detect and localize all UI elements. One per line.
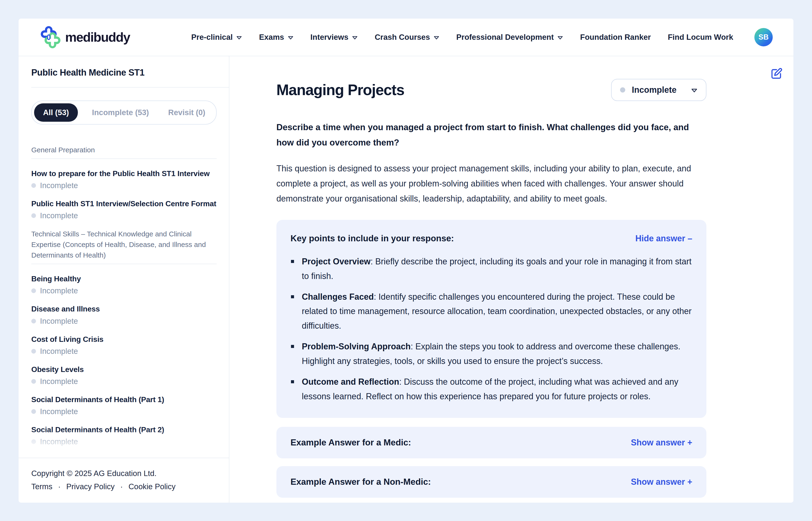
nav-item-crash-courses[interactable]: Crash Courses xyxy=(375,33,439,42)
status-dot-icon xyxy=(31,213,36,218)
topic-item[interactable]: Being Healthy Incomplete xyxy=(31,274,217,295)
chevron-down-icon xyxy=(691,88,697,93)
topic-item[interactable]: Public Health ST1 Interview/Selection Ce… xyxy=(31,199,217,220)
topic-section-general-preparation: General Preparation How to prepare for t… xyxy=(31,144,217,220)
question-description: This question is designed to assess your… xyxy=(277,161,707,206)
sidebar: Public Health Medicine ST1 All (53) Inco… xyxy=(19,56,229,503)
topic-item[interactable]: Social Determinants of Health (Part 2) I… xyxy=(31,425,217,446)
status-dot-icon xyxy=(31,183,36,188)
example-answer-non-medic-panel: Example Answer for a Non-Medic: Show ans… xyxy=(277,466,707,498)
status-dot-icon xyxy=(31,409,36,414)
medibuddy-logo-icon xyxy=(38,26,61,48)
filter-tabs: All (53) Incomplete (53) Revisit (0) xyxy=(31,100,217,124)
edit-icon xyxy=(769,67,783,81)
key-point-item: Project Overview: Briefly describe the p… xyxy=(302,254,692,284)
separator: · xyxy=(58,482,61,491)
user-avatar[interactable]: SB xyxy=(755,28,773,46)
nav-item-interviews[interactable]: Interviews xyxy=(310,33,358,42)
topic-status: Incomplete xyxy=(31,347,217,356)
topic-item[interactable]: Social Determinants of Health (Part 1) I… xyxy=(31,394,217,416)
key-point-item: Challenges Faced: Identify specific chal… xyxy=(302,290,692,333)
main-nav: Pre-clinical Exams Interviews Crash Cour… xyxy=(191,33,733,42)
app-window: medibuddy Pre-clinical Exams Interviews … xyxy=(19,19,793,503)
brand-wordmark: medibuddy xyxy=(65,30,130,45)
nav-item-pre-clinical[interactable]: Pre-clinical xyxy=(191,33,242,42)
topic-item[interactable]: Obesity Levels Incomplete xyxy=(31,364,217,386)
divider xyxy=(31,158,217,159)
tab-incomplete[interactable]: Incomplete (53) xyxy=(87,108,154,117)
cookie-policy-link[interactable]: Cookie Policy xyxy=(128,482,175,491)
topic-status: Incomplete xyxy=(31,377,217,386)
status-dot-icon xyxy=(31,288,36,293)
sidebar-footer: Copyright © 2025 AG Education Ltd. Terms… xyxy=(19,458,229,491)
chevron-down-icon xyxy=(236,36,242,40)
page-title-row: Managing Projects Incomplete xyxy=(277,79,707,101)
chevron-down-icon xyxy=(433,36,439,40)
edit-icon-button[interactable] xyxy=(769,67,783,81)
topic-status: Incomplete xyxy=(31,437,217,446)
main-content: Managing Projects Incomplete Describe a … xyxy=(229,56,793,503)
nav-item-find-locum-work[interactable]: Find Locum Work xyxy=(668,33,733,42)
topic-item[interactable]: Disease and Illness Incomplete xyxy=(31,304,217,325)
status-dropdown-label: Incomplete xyxy=(632,85,676,95)
separator: · xyxy=(120,482,123,491)
topic-status: Incomplete xyxy=(31,317,217,325)
show-answer-link[interactable]: Show answer + xyxy=(631,477,692,487)
hide-answer-link[interactable]: Hide answer – xyxy=(635,233,692,244)
key-points-list: Project Overview: Briefly describe the p… xyxy=(290,254,692,404)
top-navigation: medibuddy Pre-clinical Exams Interviews … xyxy=(19,19,793,56)
content-area: Public Health Medicine ST1 All (53) Inco… xyxy=(19,56,793,503)
key-point-item: Problem-Solving Approach: Explain the st… xyxy=(302,339,692,368)
chevron-down-icon xyxy=(352,36,358,40)
tab-all[interactable]: All (53) xyxy=(34,103,78,122)
topic-section-technical-skills: Technical Skills – Technical Knowledge a… xyxy=(31,229,217,446)
status-dot-icon xyxy=(31,439,36,444)
topic-list: General Preparation How to prepare for t… xyxy=(31,142,217,458)
status-dropdown[interactable]: Incomplete xyxy=(611,79,707,101)
status-dot-icon xyxy=(31,319,36,323)
key-point-item: Outcome and Reflection: Discuss the outc… xyxy=(302,375,692,404)
topic-item[interactable]: How to prepare for the Public Health ST1… xyxy=(31,168,217,190)
page-title: Managing Projects xyxy=(277,81,404,99)
key-points-header: Key points to include in your response: xyxy=(290,233,454,244)
brand-logo[interactable]: medibuddy xyxy=(38,26,130,48)
topic-status: Incomplete xyxy=(31,286,217,295)
sidebar-title: Public Health Medicine ST1 xyxy=(31,68,217,78)
privacy-policy-link[interactable]: Privacy Policy xyxy=(66,482,115,491)
status-dot-icon xyxy=(620,87,625,92)
example-answer-title: Example Answer for a Medic: xyxy=(290,438,411,448)
example-answer-medic-panel: Example Answer for a Medic: Show answer … xyxy=(277,427,707,458)
status-dot-icon xyxy=(31,349,36,354)
nav-item-foundation-ranker[interactable]: Foundation Ranker xyxy=(580,33,651,42)
section-label: Technical Skills – Technical Knowledge a… xyxy=(31,229,217,260)
question-text: Describe a time when you managed a proje… xyxy=(277,120,707,151)
nav-item-exams[interactable]: Exams xyxy=(259,33,293,42)
status-dot-icon xyxy=(31,379,36,384)
topic-item[interactable]: Cost of Living Crisis Incomplete xyxy=(31,334,217,356)
divider xyxy=(31,87,229,88)
example-answer-title: Example Answer for a Non-Medic: xyxy=(290,477,431,487)
terms-link[interactable]: Terms xyxy=(31,482,52,491)
nav-item-professional-development[interactable]: Professional Development xyxy=(456,33,563,42)
section-label: General Preparation xyxy=(31,144,217,155)
key-points-panel: Key points to include in your response: … xyxy=(277,220,707,418)
show-answer-link[interactable]: Show answer + xyxy=(631,438,692,448)
topic-status: Incomplete xyxy=(31,181,217,190)
tab-revisit[interactable]: Revisit (0) xyxy=(163,108,211,117)
copyright-text: Copyright © 2025 AG Education Ltd. xyxy=(31,469,217,478)
chevron-down-icon xyxy=(557,36,563,40)
topic-status: Incomplete xyxy=(31,407,217,416)
divider xyxy=(31,264,217,264)
chevron-down-icon xyxy=(288,36,293,40)
topic-status: Incomplete xyxy=(31,211,217,220)
